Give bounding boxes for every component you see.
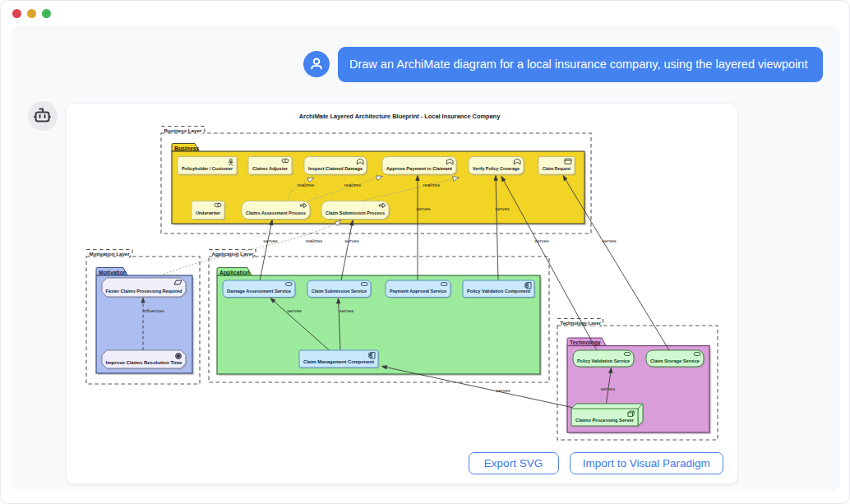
svg-text:Inspect Claimed Damage: Inspect Claimed Damage [308, 166, 363, 171]
svg-text:ArchiMate Layered Architecture: ArchiMate Layered Architecture Blueprint… [299, 113, 501, 120]
svg-text:realizes: realizes [298, 183, 314, 187]
svg-text:Damage Assessment Service: Damage Assessment Service [227, 289, 292, 294]
svg-text:Policy Validation Service: Policy Validation Service [577, 358, 631, 363]
svg-text:serves: serves [340, 308, 353, 313]
svg-text:Policyholder / Customer: Policyholder / Customer [182, 166, 233, 171]
svg-text:serves: serves [495, 206, 509, 211]
svg-text:serves: serves [287, 308, 301, 313]
svg-text:serves: serves [416, 206, 430, 211]
svg-text:Business Layer: Business Layer [164, 127, 202, 133]
svg-text:Technology: Technology [570, 340, 601, 346]
svg-text:Verify Policy Coverage: Verify Policy Coverage [473, 166, 520, 171]
svg-text:realizes: realizes [306, 238, 322, 243]
svg-text:Claims Processing Server: Claims Processing Server [575, 418, 635, 423]
svg-text:Approve Payment to Claimant: Approve Payment to Claimant [386, 166, 452, 171]
svg-text:realizes: realizes [423, 183, 440, 187]
svg-text:serves: serves [496, 388, 510, 393]
svg-text:Motivation Layer: Motivation Layer [90, 251, 131, 257]
svg-text:Claims Assessment Process: Claims Assessment Process [246, 210, 307, 215]
svg-text:Claim Submission Process: Claim Submission Process [326, 210, 386, 215]
svg-text:Claim Management Component: Claim Management Component [303, 359, 374, 364]
svg-text:Claim Storage Service: Claim Storage Service [650, 358, 700, 363]
svg-text:realizes: realizes [344, 183, 361, 187]
svg-text:serves: serves [602, 238, 616, 243]
svg-text:Underwriter: Underwriter [196, 210, 221, 215]
svg-text:serves: serves [263, 238, 277, 243]
svg-text:Improve Claims Resolution Time: Improve Claims Resolution Time [106, 360, 183, 365]
svg-text:Payment Approval Service: Payment Approval Service [390, 289, 447, 294]
svg-text:influences: influences [143, 308, 164, 313]
svg-text:Claim Submission Service: Claim Submission Service [312, 289, 367, 294]
svg-text:serves: serves [601, 386, 615, 391]
svg-text:Faster Claims Processing Requi: Faster Claims Processing Required [106, 289, 182, 294]
svg-text:Technology Layer: Technology Layer [561, 320, 602, 326]
svg-text:serves: serves [534, 238, 548, 243]
svg-text:Application: Application [219, 270, 250, 276]
svg-text:serves: serves [344, 238, 358, 243]
svg-text:Motivation: Motivation [99, 270, 127, 275]
svg-text:Application Layer: Application Layer [212, 251, 255, 257]
svg-text:Claim Request: Claim Request [543, 166, 571, 171]
svg-text:Business: Business [174, 146, 199, 151]
svg-text:Policy Validation Component: Policy Validation Component [467, 289, 530, 294]
svg-text:Claims Adjuster: Claims Adjuster [252, 166, 289, 171]
